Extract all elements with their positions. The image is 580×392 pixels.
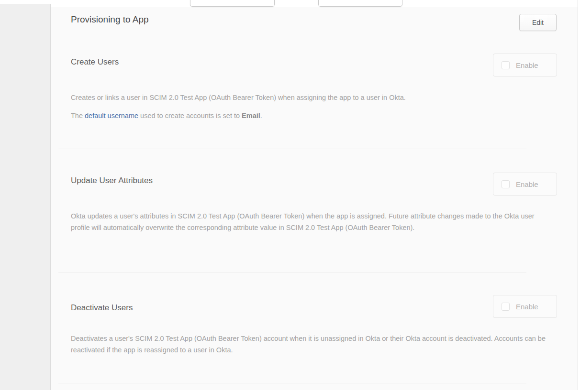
enable-checkbox[interactable] [502,180,510,188]
note-suffix: . [260,112,262,120]
provisioning-panel: Provisioning to App Edit Create Users En… [51,0,578,390]
note-middle: used to create accounts is set to [138,112,242,120]
enable-label: Enable [516,180,538,188]
edit-button[interactable]: Edit [519,14,557,31]
enable-label: Enable [516,61,538,69]
provisioning-page: Provisioning to App Edit Create Users En… [0,0,580,392]
section-divider [58,149,526,149]
section-title-update-user-attributes: Update User Attributes [71,176,153,185]
page-title: Provisioning to App [71,14,149,25]
enable-button-create-users[interactable]: Enable [493,54,557,76]
create-users-description: Creates or links a user in SCIM 2.0 Test… [71,92,406,103]
truncated-select-right[interactable] [318,0,402,7]
section-divider [58,272,526,272]
enable-button-deactivate-users[interactable]: Enable [493,295,557,318]
note-prefix: The [71,112,85,120]
top-band [51,0,578,7]
create-users-note: The default username used to create acco… [71,110,262,121]
update-user-attributes-description: Okta updates a user's attributes in SCIM… [71,210,553,233]
enable-button-update-user-attributes[interactable]: Enable [493,173,557,196]
section-divider [58,383,526,383]
default-username-link[interactable]: default username [85,112,138,120]
enable-label: Enable [516,303,538,311]
enable-checkbox[interactable] [502,303,510,311]
note-value: Email [242,112,260,120]
section-title-create-users: Create Users [71,57,119,67]
enable-checkbox[interactable] [502,61,510,69]
left-sidebar [0,4,51,390]
deactivate-users-description: Deactivates a user's SCIM 2.0 Test App (… [71,333,553,356]
truncated-select-left[interactable] [190,0,275,7]
section-title-deactivate-users: Deactivate Users [71,303,133,313]
